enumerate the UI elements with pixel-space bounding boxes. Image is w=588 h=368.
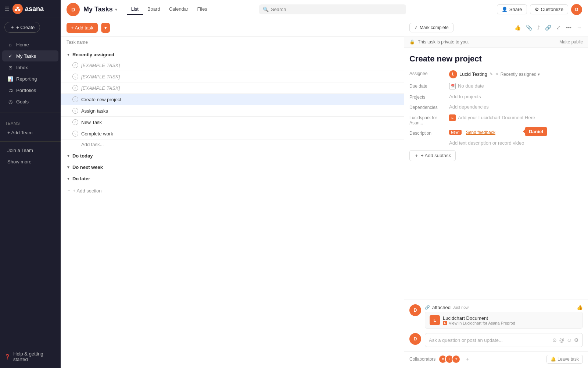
tab-files[interactable]: Files: [193, 4, 211, 15]
show-more-button[interactable]: Show more: [2, 156, 58, 167]
search-input[interactable]: [271, 7, 402, 12]
task-row-selected[interactable]: ○ Create new project: [61, 94, 404, 105]
leave-task-button[interactable]: 🔔 Leave task: [546, 355, 583, 364]
dependencies-value: Add dependencies: [449, 104, 583, 110]
lucidspark-label: Lucidspark for Asan...: [409, 114, 446, 125]
comment-input-box[interactable]: Ask a question or post an update... ⊙ @ …: [425, 333, 583, 347]
sidebar-item-inbox[interactable]: ⊡ Inbox: [2, 62, 58, 73]
leave-icon: 🔔: [551, 357, 556, 362]
comment-like-icon[interactable]: 👍: [577, 304, 583, 310]
top-user-avatar[interactable]: D: [571, 4, 582, 15]
briefcase-icon: 🗂: [7, 87, 13, 93]
add-section-button[interactable]: ＋ + Add section: [61, 184, 404, 198]
add-team-button[interactable]: + Add Team: [2, 127, 58, 138]
bar-chart-icon: 📊: [7, 76, 13, 82]
section-do-today[interactable]: ▼ Do today: [61, 149, 404, 161]
expand-icon[interactable]: ⤢: [555, 24, 562, 32]
tab-board[interactable]: Board: [143, 4, 165, 15]
more-icon[interactable]: •••: [565, 24, 573, 32]
thumbs-up-icon[interactable]: 👍: [513, 24, 522, 32]
recently-assigned-dropdown[interactable]: Recently assigned ▾: [501, 72, 540, 77]
sidebar-item-reporting[interactable]: 📊 Reporting: [2, 73, 58, 84]
content-area: + Add task ▾ Task name ▼ Recently assign…: [61, 19, 588, 368]
make-public-button[interactable]: Make public: [559, 39, 583, 45]
radio-icon[interactable]: ⊙: [552, 337, 557, 343]
comment-input-avatar: D: [409, 333, 421, 345]
dependencies-field-row: Dependencies Add dependencies: [409, 104, 583, 110]
task-row[interactable]: ○ [EXAMPLE TASK]: [61, 60, 404, 71]
collaborators-avatars: D L T: [438, 355, 460, 364]
sidebar-item-my-tasks[interactable]: ✓ My Tasks: [2, 50, 58, 61]
no-due-date[interactable]: No due date: [458, 83, 484, 89]
sidebar-item-goals[interactable]: ◎ Goals: [2, 96, 58, 107]
section-chevron-icon: ▼: [67, 177, 70, 181]
task-check-icon: ○: [72, 62, 78, 68]
attachment-icon[interactable]: 📎: [525, 24, 533, 32]
section-title: Recently assigned: [72, 52, 114, 57]
search-bar: 🔍: [259, 4, 406, 14]
section-do-later[interactable]: ▼ Do later: [61, 172, 404, 184]
comment-content: 🔗 attached Just now 👍 L Lucidchart Docum…: [425, 304, 583, 329]
dependency-icon[interactable]: ⤴: [536, 24, 541, 32]
sidebar-item-portfolios[interactable]: 🗂 Portfolios: [2, 85, 58, 96]
assignee-name[interactable]: Lucid Testing: [459, 71, 487, 77]
add-projects-link[interactable]: Add to projects: [449, 94, 481, 99]
add-task-button[interactable]: + Add task: [67, 23, 98, 33]
link-icon[interactable]: 🔗: [544, 24, 552, 32]
add-icon: ＋: [67, 187, 71, 194]
svg-point-1: [15, 9, 17, 11]
add-task-dropdown-button[interactable]: ▾: [101, 23, 110, 33]
send-feedback-link[interactable]: Send feedback: [466, 130, 495, 135]
edit-assignee-icon[interactable]: ✎: [490, 72, 493, 77]
page-title: My Tasks: [83, 6, 113, 13]
lucidspark-field-row: Lucidspark for Asan... L Add your Lucidc…: [409, 114, 583, 125]
section-recently-assigned[interactable]: ▼ Recently assigned: [61, 48, 404, 60]
lucid-card-link[interactable]: L View in Lucidchart for Asana Preprod: [443, 321, 515, 325]
add-collaborator-button[interactable]: ＋: [465, 356, 470, 362]
create-label: + Create: [16, 25, 35, 30]
section-title: Do later: [72, 176, 90, 181]
lucid-card-link-label: View in Lucidchart for Asana Preprod: [449, 321, 515, 325]
detail-actions: 👍 📎 ⤴ 🔗 ⤢ ••• →: [513, 24, 583, 32]
search-input-wrap: 🔍: [259, 4, 406, 14]
close-icon[interactable]: →: [576, 24, 583, 32]
task-text: Create new project: [81, 97, 121, 102]
add-subtask-button[interactable]: ＋ + Add subtask: [409, 150, 456, 161]
task-row[interactable]: ○ [EXAMPLE TASK]: [61, 82, 404, 94]
title-chevron-icon[interactable]: ▾: [115, 7, 117, 12]
mark-complete-button[interactable]: ✓ Mark complete: [409, 23, 453, 32]
at-icon[interactable]: @: [559, 337, 564, 343]
add-dependencies-link[interactable]: Add dependencies: [449, 104, 489, 110]
private-banner: 🔒 This task is private to you. Make publ…: [404, 36, 588, 48]
task-detail-title[interactable]: Create new project: [409, 54, 583, 64]
share-button[interactable]: 👤 Share: [497, 4, 527, 14]
help-button[interactable]: ❓ Help & getting started: [4, 349, 56, 364]
create-button[interactable]: ＋ + Create: [4, 22, 40, 33]
tab-list[interactable]: List: [127, 4, 143, 15]
sidebar-footer: ❓ Help & getting started: [0, 345, 61, 368]
remove-assignee-icon[interactable]: ✕: [495, 72, 498, 77]
tab-calendar[interactable]: Calendar: [165, 4, 193, 15]
task-row[interactable]: ○ New Task: [61, 117, 404, 128]
hamburger-menu-icon[interactable]: ☰: [4, 6, 10, 13]
sidebar-item-home[interactable]: ⌂ Home: [2, 39, 58, 50]
search-icon: 🔍: [263, 7, 269, 12]
description-placeholder[interactable]: Add text description or record video: [449, 140, 524, 146]
task-row[interactable]: ○ Assign tasks: [61, 105, 404, 117]
task-check-icon: ○: [72, 131, 78, 137]
task-row[interactable]: ○ [EXAMPLE TASK]: [61, 71, 404, 82]
emoji-icon[interactable]: ☺: [567, 337, 572, 343]
add-lucidchart-link[interactable]: Add your Lucidchart Document Here: [458, 115, 535, 120]
add-task-inline[interactable]: Add task...: [61, 139, 404, 149]
task-row[interactable]: ○ Complete work: [61, 128, 404, 139]
projects-value: Add to projects: [449, 94, 583, 99]
section-chevron-icon: ▼: [67, 53, 70, 57]
customize-button[interactable]: ⚙ Customize: [530, 4, 568, 14]
svg-point-2: [18, 9, 21, 11]
settings-icon[interactable]: ⚙: [574, 337, 579, 343]
section-title: Do today: [72, 153, 93, 159]
daniel-tooltip-container: Daniel: [525, 127, 547, 136]
lucidchart-card: L Lucidchart Document L View in Lucidcha…: [425, 312, 583, 329]
join-team-button[interactable]: Join a Team: [2, 145, 58, 156]
section-do-next-week[interactable]: ▼ Do next week: [61, 161, 404, 172]
